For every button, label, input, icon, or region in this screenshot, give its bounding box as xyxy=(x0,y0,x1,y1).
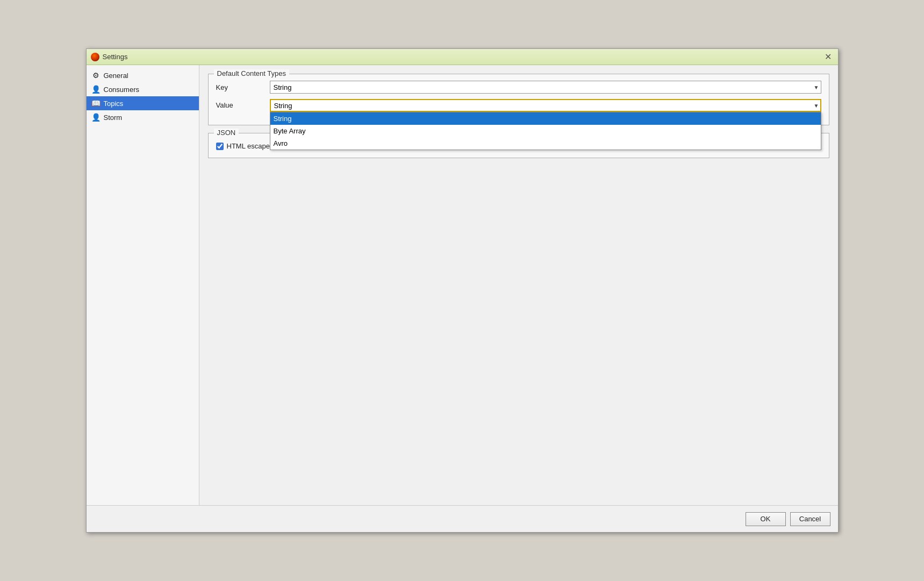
window-title: Settings xyxy=(103,53,823,61)
json-legend: JSON xyxy=(214,129,239,137)
sidebar: ⚙ General 👤 Consumers 📖 Topics 👤 Storm xyxy=(87,65,199,505)
sidebar-item-label: Topics xyxy=(104,100,124,108)
dropdown-option-bytearray[interactable]: Byte Array xyxy=(270,125,821,137)
key-field-control: String Byte Array Avro ▼ xyxy=(270,81,821,94)
value-label: Value xyxy=(216,101,270,109)
sidebar-item-label: General xyxy=(104,72,128,80)
sidebar-item-storm[interactable]: 👤 Storm xyxy=(87,110,199,124)
sidebar-item-topics[interactable]: 📖 Topics xyxy=(87,96,199,110)
value-field-control: String ▼ String Byte Array Avro xyxy=(270,99,821,112)
sidebar-item-label: Consumers xyxy=(104,86,139,94)
settings-window: Settings ✕ ⚙ General 👤 Consumers 📖 Topic… xyxy=(86,48,839,533)
key-dropdown-container: String Byte Array Avro ▼ xyxy=(270,81,821,94)
ok-button[interactable]: OK xyxy=(746,512,786,526)
key-field-row: Key String Byte Array Avro ▼ xyxy=(216,81,821,94)
main-content: Default Content Types Key String Byte Ar… xyxy=(199,65,838,505)
default-content-types-legend: Default Content Types xyxy=(214,69,289,77)
key-label: Key xyxy=(216,83,270,91)
title-bar: Settings ✕ xyxy=(87,49,838,65)
window-body: ⚙ General 👤 Consumers 📖 Topics 👤 Storm D… xyxy=(87,65,838,505)
storm-icon: 👤 xyxy=(92,113,101,122)
html-escape-checkbox[interactable] xyxy=(216,143,224,150)
topics-icon: 📖 xyxy=(92,99,101,108)
sidebar-item-label: Storm xyxy=(104,114,123,122)
dropdown-option-avro[interactable]: Avro xyxy=(270,137,821,150)
general-icon: ⚙ xyxy=(92,71,101,80)
dropdown-option-string[interactable]: String xyxy=(270,112,821,125)
sidebar-item-general[interactable]: ⚙ General xyxy=(87,68,199,82)
value-dropdown-open-container: String ▼ String Byte Array Avro xyxy=(270,99,821,112)
key-dropdown[interactable]: String Byte Array Avro xyxy=(270,81,821,94)
cancel-button[interactable]: Cancel xyxy=(790,512,830,526)
value-dropdown-current: String xyxy=(274,102,292,110)
sidebar-item-consumers[interactable]: 👤 Consumers xyxy=(87,82,199,96)
window-footer: OK Cancel xyxy=(87,505,838,532)
close-button[interactable]: ✕ xyxy=(823,52,834,62)
value-dropdown-display[interactable]: String xyxy=(270,99,821,112)
app-icon xyxy=(91,53,99,61)
consumers-icon: 👤 xyxy=(92,85,101,94)
value-field-row: Value String ▼ String Byte Array Avro xyxy=(216,99,821,112)
value-dropdown-popup: String Byte Array Avro xyxy=(270,112,821,150)
default-content-types-section: Default Content Types Key String Byte Ar… xyxy=(208,74,829,125)
